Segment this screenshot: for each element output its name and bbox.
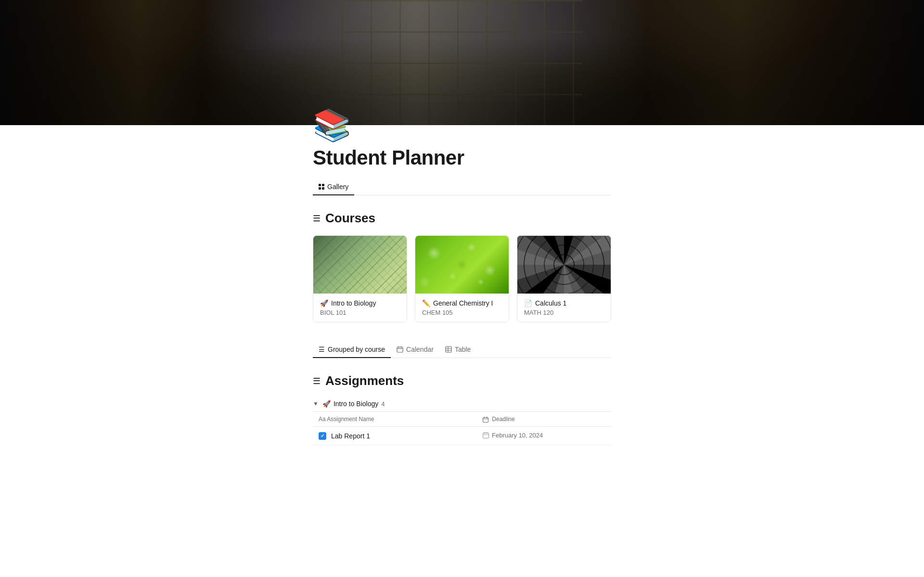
group-row-bio[interactable]: ▼ 🚀 Intro to Biology 4	[313, 396, 611, 411]
page-icon: 📚	[313, 110, 611, 141]
table-cell-deadline: February 10, 2024	[477, 427, 611, 445]
assignments-section-title: Assignments	[325, 373, 404, 388]
course-info-math: 📄 Calculus 1 MATH 120	[517, 294, 611, 322]
assignments-tab-bar: ☰ Grouped by course Calendar Table	[313, 342, 611, 358]
courses-section-icon: ☰	[313, 213, 321, 224]
calendar-tab-icon	[397, 346, 403, 353]
table-row: Lab Report 1 February 10, 2024	[313, 427, 611, 445]
hero-overlay	[0, 0, 924, 125]
group-toggle-bio[interactable]: ▼	[313, 400, 319, 407]
assignments-table: Aa Assignment Name Deadline	[313, 411, 611, 445]
table-header-row: Aa Assignment Name Deadline	[313, 412, 611, 427]
svg-rect-12	[483, 433, 489, 438]
assignments-section: ☰ Assignments ▼ 🚀 Intro to Biology 4 Aa …	[313, 373, 611, 445]
course-thumbnail-bio	[313, 236, 407, 294]
tab-grouped-by-course[interactable]: ☰ Grouped by course	[313, 342, 391, 358]
calendar-cell-icon	[483, 432, 489, 438]
table-header-deadline: Deadline	[477, 412, 611, 427]
math-emoji: 📄	[524, 299, 532, 307]
tab-calendar[interactable]: Calendar	[391, 342, 439, 358]
page-title: Student Planner	[313, 146, 611, 169]
gallery-tab-bar: Gallery	[313, 179, 611, 195]
chem-emoji: ✏️	[422, 299, 430, 307]
course-name-bio: 🚀 Intro to Biology	[320, 299, 400, 307]
course-thumbnail-math	[517, 236, 611, 294]
course-info-chem: ✏️ General Chemistry I CHEM 105	[415, 294, 509, 322]
cell-name-content: Lab Report 1	[319, 432, 471, 440]
courses-section-header: ☰ Courses	[313, 211, 611, 226]
group-label-bio: 🚀 Intro to Biology 4	[322, 400, 385, 408]
courses-grid: 🚀 Intro to Biology BIOL 101 ✏️ General C…	[313, 235, 611, 322]
tab-gallery[interactable]: Gallery	[313, 179, 354, 195]
table-tab-icon	[445, 346, 452, 353]
course-card-chem[interactable]: ✏️ General Chemistry I CHEM 105	[415, 235, 509, 322]
group-count-bio: 4	[381, 400, 385, 408]
gallery-icon	[319, 184, 324, 190]
course-code-math: MATH 120	[524, 309, 604, 316]
svg-rect-4	[446, 346, 451, 352]
course-code-bio: BIOL 101	[320, 309, 400, 316]
course-code-chem: CHEM 105	[422, 309, 502, 316]
deadline-header-icon	[483, 416, 492, 423]
deadline-value: February 10, 2024	[483, 432, 543, 439]
course-thumbnail-chem	[415, 236, 509, 294]
assignments-header: ☰ Assignments	[313, 373, 611, 388]
assignments-section-icon: ☰	[313, 376, 321, 386]
table-header-name: Aa Assignment Name	[313, 412, 477, 427]
course-info-bio: 🚀 Intro to Biology BIOL 101	[313, 294, 407, 322]
page-content: 📚 Student Planner Gallery ☰ Courses 🚀 In…	[294, 110, 630, 484]
bio-emoji: 🚀	[320, 299, 328, 307]
course-card-math[interactable]: 📄 Calculus 1 MATH 120	[517, 235, 611, 322]
table-cell-name: Lab Report 1	[313, 427, 477, 445]
group-emoji-bio: 🚀	[322, 400, 331, 408]
course-name-math: 📄 Calculus 1	[524, 299, 604, 307]
hero-banner	[0, 0, 924, 125]
grouped-icon: ☰	[319, 346, 325, 353]
course-name-chem: ✏️ General Chemistry I	[422, 299, 502, 307]
courses-section-title: Courses	[325, 211, 375, 226]
svg-rect-8	[483, 417, 488, 422]
svg-rect-0	[397, 347, 403, 352]
tab-table[interactable]: Table	[439, 342, 476, 358]
assignment-checkbox[interactable]	[319, 432, 326, 440]
course-card-bio[interactable]: 🚀 Intro to Biology BIOL 101	[313, 235, 407, 322]
